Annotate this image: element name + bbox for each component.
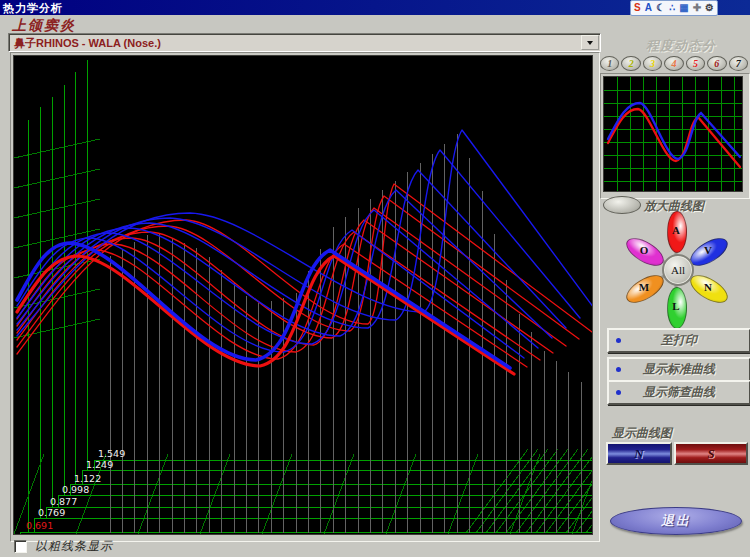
thick-line-checkbox[interactable]	[14, 540, 27, 553]
ime-language-bar[interactable]: SA☾∴▦✚⚙	[630, 0, 718, 16]
ime-icon-0[interactable]: S	[634, 2, 641, 14]
main-chart-svg: 1.5491.2491.1220.9980.8770.7690.691	[14, 56, 592, 534]
south-pole-button[interactable]: S	[674, 442, 748, 465]
flower-all-label: All	[671, 264, 685, 276]
flower-all-button[interactable]: All	[662, 254, 694, 286]
south-pole-label: S	[707, 446, 714, 462]
action-button-0[interactable]: 至打印	[607, 328, 750, 353]
svg-text:1.249: 1.249	[86, 459, 113, 470]
level-button-label: 3	[650, 59, 655, 69]
svg-text:0.998: 0.998	[62, 484, 89, 495]
action-button-1[interactable]: 显示标准曲线	[607, 357, 750, 382]
level-button-label: 4	[671, 59, 676, 69]
north-pole-label: N	[634, 446, 643, 462]
thick-line-checkbox-label: 以粗线条显示	[35, 538, 113, 555]
action-button-label: 显示筛查曲线	[643, 384, 715, 401]
ime-icon-4[interactable]: ▦	[679, 2, 688, 14]
level-button-label: 1	[607, 59, 612, 69]
curve-section-label: 显示曲线图	[612, 425, 672, 442]
exit-button[interactable]: 退出	[610, 507, 742, 535]
blue-dot-icon	[616, 390, 621, 395]
window-title: 热力学分析	[3, 1, 63, 16]
site-combo-box[interactable]: 鼻子RHINOS - WALA (Nose.)	[8, 33, 601, 52]
petal-label: O	[624, 244, 664, 256]
blue-dot-icon	[616, 367, 621, 372]
mini-chart-frame	[600, 73, 750, 199]
level-button-1[interactable]: 1	[600, 56, 619, 71]
ime-icon-2[interactable]: ☾	[656, 2, 665, 14]
chevron-down-icon	[587, 41, 593, 45]
svg-text:1.549: 1.549	[98, 448, 125, 459]
level-button-label: 5	[693, 59, 698, 69]
action-button-label: 至打印	[661, 332, 697, 349]
level-button-5[interactable]: 5	[686, 56, 705, 71]
svg-text:1.122: 1.122	[74, 473, 101, 484]
exit-label: 退出	[661, 512, 691, 530]
petal-label: M	[624, 281, 664, 293]
svg-text:0.769: 0.769	[38, 507, 65, 518]
level-button-2[interactable]: 2	[621, 56, 640, 71]
ime-icon-6[interactable]: ⚙	[705, 2, 714, 14]
ime-icon-5[interactable]: ✚	[693, 2, 701, 14]
zoom-curve-button[interactable]	[603, 196, 641, 214]
blue-dot-icon	[616, 338, 621, 343]
level-button-label: 2	[629, 59, 634, 69]
svg-text:0.877: 0.877	[50, 496, 77, 507]
curve-series	[17, 130, 592, 374]
level-button-label: 6	[714, 59, 719, 69]
main-chart-frame: 1.5491.2491.1220.9980.8770.7690.691	[10, 52, 600, 542]
action-button-label: 显示标准曲线	[643, 361, 715, 378]
mini-curve-chart	[603, 76, 743, 192]
level-button-row: 1234567	[600, 56, 748, 70]
panel-watermark: 程度动态分	[646, 37, 750, 55]
ime-icon-1[interactable]: A	[645, 2, 652, 14]
petal-label: L	[656, 300, 696, 312]
level-button-6[interactable]: 6	[707, 56, 726, 71]
petal-label: V	[688, 244, 728, 256]
level-button-7[interactable]: 7	[729, 56, 748, 71]
level-button-3[interactable]: 3	[643, 56, 662, 71]
svg-text:0.691: 0.691	[26, 520, 53, 531]
petal-label: A	[656, 224, 696, 236]
petal-label: N	[688, 281, 728, 293]
main-curve-chart: 1.5491.2491.1220.9980.8770.7690.691	[13, 55, 593, 535]
ime-icon-3[interactable]: ∴	[669, 2, 675, 14]
level-button-4[interactable]: 4	[664, 56, 683, 71]
north-pole-button[interactable]: N	[606, 442, 672, 465]
action-button-2[interactable]: 显示筛查曲线	[607, 380, 750, 405]
combo-dropdown-button[interactable]	[581, 35, 599, 50]
mini-chart-svg	[604, 77, 742, 191]
combo-selected-value: 鼻子RHINOS - WALA (Nose.)	[14, 36, 161, 51]
level-button-label: 7	[736, 59, 741, 69]
